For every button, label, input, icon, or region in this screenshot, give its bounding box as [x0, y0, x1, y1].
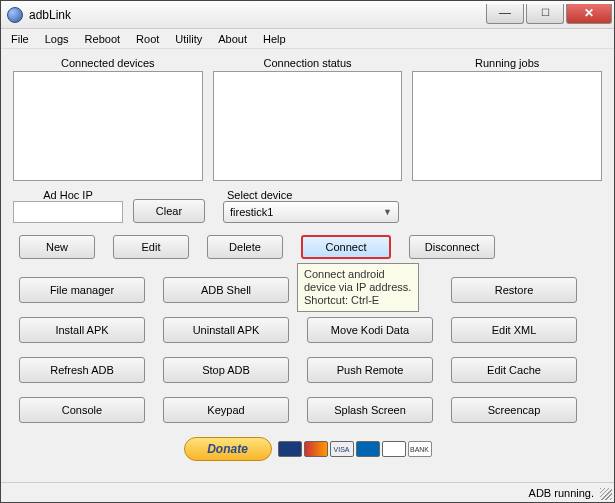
card-icon: VISA: [330, 441, 354, 457]
select-device-dropdown[interactable]: firestick1 ▼: [223, 201, 399, 223]
edit-cache-button[interactable]: Edit Cache: [451, 357, 577, 383]
menu-utility[interactable]: Utility: [169, 31, 208, 47]
app-window: adbLink — ☐ ✕ File Logs Reboot Root Util…: [0, 0, 615, 503]
stop-adb-button[interactable]: Stop ADB: [163, 357, 289, 383]
app-icon: [7, 7, 23, 23]
card-icon: BANK: [408, 441, 432, 457]
new-button[interactable]: New: [19, 235, 95, 259]
connection-status-label: Connection status: [263, 57, 351, 69]
connected-devices-label: Connected devices: [61, 57, 155, 69]
chevron-down-icon: ▼: [383, 207, 392, 217]
card-icon: [356, 441, 380, 457]
running-jobs-label: Running jobs: [475, 57, 539, 69]
menu-help[interactable]: Help: [257, 31, 292, 47]
connection-status-list[interactable]: [213, 71, 403, 181]
resize-grip-icon[interactable]: [600, 488, 612, 500]
console-button[interactable]: Console: [19, 397, 145, 423]
edit-button[interactable]: Edit: [113, 235, 189, 259]
payment-cards: VISA BANK: [278, 441, 432, 457]
menu-root[interactable]: Root: [130, 31, 165, 47]
close-button[interactable]: ✕: [566, 4, 612, 24]
edit-xml-button[interactable]: Edit XML: [451, 317, 577, 343]
splash-screen-button[interactable]: Splash Screen: [307, 397, 433, 423]
restore-button[interactable]: Restore: [451, 277, 577, 303]
adhoc-ip-input[interactable]: [13, 201, 123, 223]
connected-devices-list[interactable]: [13, 71, 203, 181]
refresh-adb-button[interactable]: Refresh ADB: [19, 357, 145, 383]
card-icon: [278, 441, 302, 457]
delete-button[interactable]: Delete: [207, 235, 283, 259]
maximize-button[interactable]: ☐: [526, 4, 564, 24]
minimize-button[interactable]: —: [486, 4, 524, 24]
select-device-label: Select device: [227, 189, 292, 201]
menu-reboot[interactable]: Reboot: [79, 31, 126, 47]
running-jobs-list[interactable]: [412, 71, 602, 181]
status-text: ADB running.: [529, 487, 594, 499]
file-manager-button[interactable]: File manager: [19, 277, 145, 303]
menu-file[interactable]: File: [5, 31, 35, 47]
connect-button[interactable]: Connect: [301, 235, 391, 259]
adhoc-ip-label: Ad Hoc IP: [43, 189, 93, 201]
install-apk-button[interactable]: Install APK: [19, 317, 145, 343]
uninstall-apk-button[interactable]: Uninstall APK: [163, 317, 289, 343]
keypad-button[interactable]: Keypad: [163, 397, 289, 423]
menu-about[interactable]: About: [212, 31, 253, 47]
card-icon: [304, 441, 328, 457]
disconnect-button[interactable]: Disconnect: [409, 235, 495, 259]
menu-logs[interactable]: Logs: [39, 31, 75, 47]
adb-shell-button[interactable]: ADB Shell: [163, 277, 289, 303]
window-title: adbLink: [29, 8, 71, 22]
push-remote-button[interactable]: Push Remote: [307, 357, 433, 383]
move-kodi-data-button[interactable]: Move Kodi Data: [307, 317, 433, 343]
donate-button[interactable]: Donate: [184, 437, 272, 461]
select-device-value: firestick1: [230, 206, 273, 218]
content-area: Connected devices Connection status Runn…: [1, 49, 614, 469]
menubar: File Logs Reboot Root Utility About Help: [1, 29, 614, 49]
statusbar: ADB running.: [1, 482, 614, 502]
card-icon: [382, 441, 406, 457]
clear-button[interactable]: Clear: [133, 199, 205, 223]
connect-tooltip: Connect android device via IP address. S…: [297, 263, 419, 312]
titlebar[interactable]: adbLink — ☐ ✕: [1, 1, 614, 29]
screencap-button[interactable]: Screencap: [451, 397, 577, 423]
